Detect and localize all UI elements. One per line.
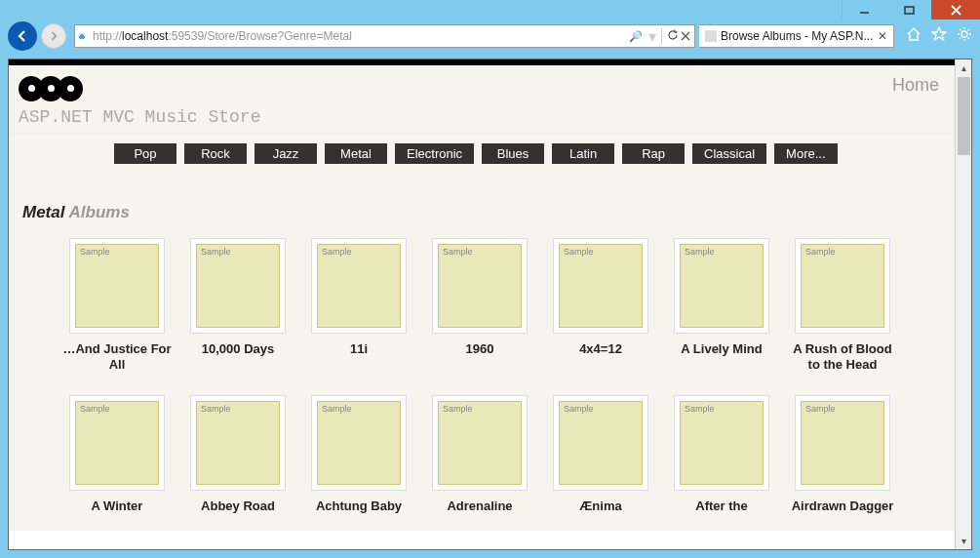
nav-home-link[interactable]: Home xyxy=(892,75,939,96)
placeholder-image: Sample xyxy=(317,401,401,485)
page-heading: Metal Albums xyxy=(19,185,945,234)
album-title: 11i xyxy=(303,341,414,357)
placeholder-image: Sample xyxy=(801,401,884,485)
tools-icon[interactable] xyxy=(957,26,972,46)
tab-title: Browse Albums - My ASP.N... xyxy=(721,29,874,43)
album-card[interactable]: SampleA Lively Mind xyxy=(666,238,777,374)
album-cover: Sample xyxy=(311,238,407,334)
address-bar[interactable]: http://localhost:59539/Store/Browse?Genr… xyxy=(74,24,695,48)
sample-label: Sample xyxy=(80,247,110,257)
window-minimize-button[interactable] xyxy=(842,0,886,20)
album-card[interactable]: SampleAbbey Road xyxy=(182,395,294,515)
album-card[interactable]: SampleAchtung Baby xyxy=(303,395,414,515)
sample-label: Sample xyxy=(322,247,352,257)
album-cover: Sample xyxy=(553,395,648,491)
genre-link-jazz[interactable]: Jazz xyxy=(255,143,317,164)
refresh-icon[interactable] xyxy=(667,27,679,45)
album-title: 1960 xyxy=(424,341,535,357)
genre-link-blues[interactable]: Blues xyxy=(482,143,544,164)
scroll-up-icon[interactable]: ▴ xyxy=(956,60,972,76)
tab-favicon xyxy=(705,30,717,42)
stop-icon[interactable] xyxy=(681,27,690,45)
album-title: A Rush of Blood to the Head xyxy=(787,341,898,374)
placeholder-image: Sample xyxy=(438,244,522,328)
album-cover: Sample xyxy=(432,238,528,334)
album-title: 4x4=12 xyxy=(545,341,656,357)
site-logo[interactable] xyxy=(19,76,260,101)
placeholder-image: Sample xyxy=(801,244,884,328)
album-title: After the Goldrush xyxy=(666,498,777,515)
sample-label: Sample xyxy=(564,247,594,257)
album-cover: Sample xyxy=(674,395,769,491)
album-title: 10,000 Days xyxy=(182,341,294,357)
url-port: :59539 xyxy=(168,29,204,43)
favorites-icon[interactable] xyxy=(931,26,947,46)
tab-close-icon[interactable]: ✕ xyxy=(878,29,887,43)
url-host: localhost xyxy=(122,29,168,43)
browser-tab[interactable]: Browse Albums - My ASP.N... ✕ xyxy=(699,24,894,48)
album-card[interactable]: SampleA Winter Symphony xyxy=(61,395,173,515)
genre-link-classical[interactable]: Classical xyxy=(692,143,766,164)
placeholder-image: Sample xyxy=(75,244,159,328)
album-title: Ænima xyxy=(545,498,656,514)
window-maximize-button[interactable] xyxy=(886,0,931,20)
genre-link-rock[interactable]: Rock xyxy=(184,143,247,164)
album-cover: Sample xyxy=(795,238,890,334)
placeholder-image: Sample xyxy=(559,401,643,485)
svg-marker-7 xyxy=(932,27,946,40)
genre-link-electronic[interactable]: Electronic xyxy=(395,143,474,164)
sample-label: Sample xyxy=(443,247,473,257)
album-card[interactable]: Sample4x4=12 xyxy=(545,238,656,374)
album-card[interactable]: Sample1960 xyxy=(424,238,535,374)
album-grid: Sample…And Justice For AllSample10,000 D… xyxy=(19,234,945,515)
genre-link-latin[interactable]: Latin xyxy=(552,143,614,164)
search-icon[interactable]: 🔎 xyxy=(629,30,647,43)
scroll-thumb[interactable] xyxy=(958,77,970,155)
address-url: http://localhost:59539/Store/Browse?Genr… xyxy=(89,29,625,43)
album-cover: Sample xyxy=(69,238,165,334)
nav-back-button[interactable] xyxy=(8,21,37,51)
scroll-down-icon[interactable]: ▾ xyxy=(956,533,972,549)
home-icon[interactable] xyxy=(906,26,921,46)
window-titlebar xyxy=(0,0,980,21)
scrollbar[interactable]: ▴ ▾ xyxy=(955,60,971,549)
album-card[interactable]: SampleÆnima xyxy=(545,395,656,515)
sample-label: Sample xyxy=(201,247,231,257)
sample-label: Sample xyxy=(80,404,110,414)
album-title: …And Justice For All xyxy=(61,341,173,374)
sample-label: Sample xyxy=(685,404,715,414)
ie-favicon xyxy=(75,30,89,42)
genre-link-pop[interactable]: Pop xyxy=(114,143,176,164)
album-card[interactable]: SampleAdrenaline xyxy=(424,395,535,515)
sample-label: Sample xyxy=(805,404,836,414)
genre-link-rap[interactable]: Rap xyxy=(622,143,685,164)
album-card[interactable]: SampleAirdrawn Dagger xyxy=(787,395,898,515)
album-title: A Winter Symphony xyxy=(61,498,173,515)
album-cover: Sample xyxy=(190,238,286,334)
album-title: A Lively Mind xyxy=(666,341,777,357)
album-cover: Sample xyxy=(432,395,528,491)
nav-forward-button[interactable] xyxy=(41,23,66,49)
album-title: Achtung Baby xyxy=(303,498,414,514)
placeholder-image: Sample xyxy=(317,244,401,328)
svg-point-8 xyxy=(961,31,967,37)
album-card[interactable]: Sample…And Justice For All xyxy=(61,238,173,374)
sample-label: Sample xyxy=(685,247,715,257)
album-card[interactable]: SampleA Rush of Blood to the Head xyxy=(787,238,898,374)
album-card[interactable]: Sample11i xyxy=(303,238,414,374)
browser-toolbar: http://localhost:59539/Store/Browse?Genr… xyxy=(0,21,980,59)
album-title: Adrenaline xyxy=(424,498,535,514)
placeholder-image: Sample xyxy=(438,401,522,485)
browser-viewport: ▴ ▾ ASP.NET MVC Music Store Home PopRock… xyxy=(8,59,972,550)
url-scheme: http:// xyxy=(93,29,122,43)
genre-link-metal[interactable]: Metal xyxy=(325,143,387,164)
genre-link-more[interactable]: More... xyxy=(774,143,837,164)
album-title: Airdrawn Dagger xyxy=(787,498,898,514)
window-close-button[interactable] xyxy=(931,0,980,20)
album-card[interactable]: Sample10,000 Days xyxy=(182,238,294,374)
toolbar-right-icons xyxy=(906,26,972,46)
album-card[interactable]: SampleAfter the Goldrush xyxy=(666,395,777,515)
sample-label: Sample xyxy=(564,404,594,414)
heading-genre: Metal xyxy=(22,203,64,221)
album-cover: Sample xyxy=(795,395,890,491)
